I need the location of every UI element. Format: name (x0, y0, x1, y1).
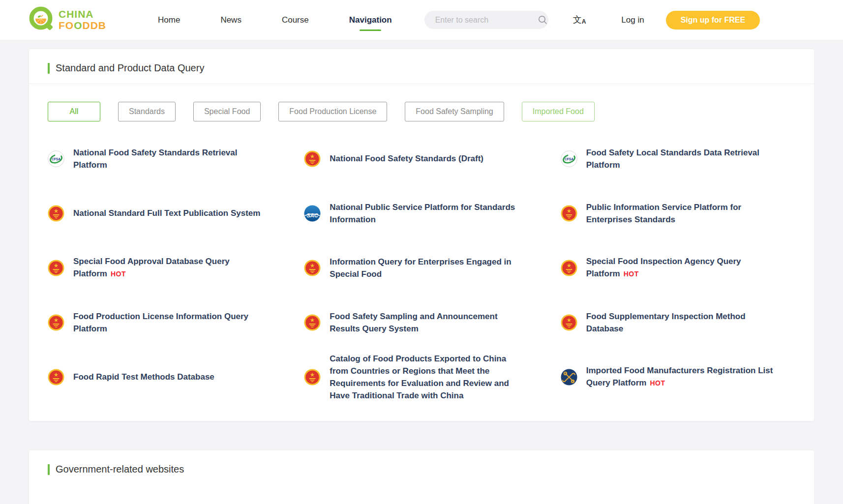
hot-badge: HOT (650, 379, 665, 387)
emblem-icon (304, 260, 321, 276)
query-section-title: Standard and Product Data Query (56, 62, 204, 74)
tab-special-food[interactable]: Special Food (193, 102, 261, 121)
platform-link-national-public-service-platform-for-sta[interactable]: SAC National Public Service Platform for… (304, 201, 539, 226)
government-websites-card: Government-related websites (29, 450, 814, 504)
platform-link-food-safety-local-standards-data-retriev[interactable]: CFSA Food Safety Local Standards Data Re… (561, 147, 795, 171)
cfsa-icon: CFSA (561, 150, 577, 167)
nav-item-home[interactable]: Home (158, 12, 180, 28)
top-navbar: CHINA FOODDB HomeNewsCourseNavigation 文A… (0, 0, 843, 40)
emblem-icon (304, 314, 321, 331)
gov-section-title: Government-related websites (56, 464, 184, 475)
platform-link-public-information-service-platform-for-[interactable]: Public Information Service Platform for … (561, 201, 795, 226)
standards-query-card: Standard and Product Data Query AllStand… (29, 49, 814, 421)
tab-food-production-license[interactable]: Food Production License (278, 102, 387, 121)
search-input[interactable] (434, 15, 538, 25)
logo-text-line2: FOODDB (59, 20, 106, 31)
header-search[interactable] (424, 11, 548, 29)
emblem-icon (561, 205, 577, 222)
platform-link-food-rapid-test-methods-database[interactable]: Food Rapid Test Methods Database (48, 369, 282, 385)
emblem-icon (48, 260, 64, 276)
nav-item-navigation[interactable]: Navigation (349, 12, 392, 28)
main-nav: HomeNewsCourseNavigation (158, 12, 392, 28)
emblem-icon (561, 260, 577, 276)
customs-icon (561, 369, 577, 385)
platform-link-catalog-of-food-products-exported-to-chi[interactable]: Catalog of Food Products Exported to Chi… (304, 353, 539, 402)
tab-food-safety-sampling[interactable]: Food Safety Sampling (405, 102, 504, 121)
platform-link-special-food-inspection-agency-query-pla[interactable]: Special Food Inspection Agency Query Pla… (561, 255, 795, 280)
section-accent-bar (48, 464, 50, 475)
logo-text: CHINA FOODDB (59, 9, 106, 30)
hot-badge: HOT (624, 270, 639, 278)
translate-icon[interactable]: 文A (573, 15, 586, 25)
section-accent-bar (48, 63, 50, 74)
platform-link-national-food-safety-standards-retrieval[interactable]: CFSA National Food Safety Standards Retr… (48, 147, 282, 171)
platform-link-special-food-approval-database-query-pla[interactable]: Special Food Approval Database Query Pla… (48, 255, 282, 280)
cfsa-icon: CFSA (48, 150, 64, 167)
svg-text:CFSA: CFSA (564, 157, 573, 160)
platform-grid: CFSA National Food Safety Standards Retr… (48, 131, 795, 404)
platform-link-national-food-safety-standards-draft[interactable]: National Food Safety Standards (Draft) (304, 150, 539, 167)
platform-link-food-production-license-information-quer[interactable]: Food Production License Information Quer… (48, 310, 282, 335)
svg-text:SAC: SAC (307, 212, 319, 218)
emblem-icon (48, 205, 64, 222)
sac-icon: SAC (304, 205, 321, 222)
tab-imported-food[interactable]: Imported Food (522, 102, 595, 121)
site-logo[interactable]: CHINA FOODDB (28, 6, 106, 34)
category-tabs: AllStandardsSpecial FoodFood Production … (48, 102, 795, 121)
platform-link-food-supplementary-inspection-method-dat[interactable]: Food Supplementary Inspection Method Dat… (561, 310, 795, 335)
platform-link-national-standard-full-text-publication-[interactable]: National Standard Full Text Publication … (48, 205, 282, 222)
emblem-icon (48, 314, 64, 331)
tab-standards[interactable]: Standards (118, 102, 176, 121)
section-divider (29, 84, 814, 84)
signup-button[interactable]: Sign up for FREE (666, 11, 760, 30)
login-link[interactable]: Log in (621, 15, 644, 25)
svg-text:CFSA: CFSA (52, 157, 61, 160)
platform-link-food-safety-sampling-and-announcement-re[interactable]: Food Safety Sampling and Announcement Re… (304, 310, 539, 335)
query-section-header: Standard and Product Data Query (29, 49, 814, 84)
emblem-icon (304, 150, 321, 167)
logo-text-line1: CHINA (59, 9, 106, 20)
emblem-icon (48, 369, 64, 385)
logo-fruit-icon (28, 6, 54, 34)
emblem-icon (304, 369, 321, 385)
nav-item-news[interactable]: News (220, 12, 241, 28)
tab-all[interactable]: All (48, 102, 100, 121)
emblem-icon (561, 314, 577, 331)
hot-badge: HOT (111, 270, 126, 278)
platform-link-imported-food-manufacturers-registration[interactable]: Imported Food Manufacturers Registration… (561, 364, 795, 389)
gov-section-header: Government-related websites (29, 450, 814, 485)
platform-link-information-query-for-enterprises-engage[interactable]: Information Query for Enterprises Engage… (304, 256, 539, 280)
nav-item-course[interactable]: Course (282, 12, 309, 28)
page-main: Standard and Product Data Query AllStand… (0, 49, 843, 504)
search-icon[interactable] (538, 15, 547, 25)
